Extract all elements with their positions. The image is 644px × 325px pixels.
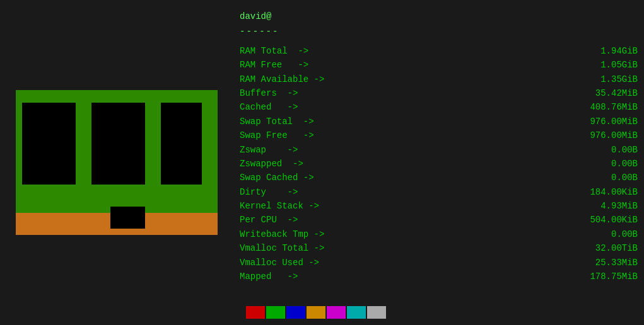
username-label: david@ [240, 9, 638, 23]
stat-label: RAM Free -> [240, 58, 366, 72]
stat-row: Zswapped ->0.00B [240, 157, 638, 171]
stat-label: Mapped -> [240, 270, 366, 283]
stat-row: Dirty ->184.00KiB [240, 185, 638, 199]
stat-row: Per CPU ->504.00KiB [240, 213, 638, 227]
stat-label: Writeback Tmp -> [240, 227, 366, 241]
stat-value: 0.00B [575, 171, 638, 185]
color-swatch [327, 306, 346, 319]
stat-label: Buffers -> [240, 86, 366, 100]
stat-value: 178.75MiB [575, 270, 638, 283]
small-chip [110, 207, 145, 229]
stat-value: 504.00KiB [575, 213, 638, 227]
stat-label: Zswapped -> [240, 157, 366, 171]
ram-pixel-art [9, 90, 224, 235]
stat-row: Kernel Stack ->4.93MiB [240, 199, 638, 213]
chip-slot-2 [91, 103, 145, 185]
stat-label: RAM Available -> [240, 72, 366, 86]
stat-value: 408.76MiB [575, 100, 638, 114]
color-swatch [286, 306, 305, 319]
stat-row: Writeback Tmp ->0.00B [240, 227, 638, 241]
stat-label: Cached -> [240, 100, 366, 114]
stat-value: 976.00MiB [575, 115, 638, 128]
color-swatch [307, 306, 325, 319]
stat-row: Swap Free ->976.00MiB [240, 128, 638, 142]
stat-value: 976.00MiB [575, 128, 638, 142]
stat-row: Swap Total ->976.00MiB [240, 115, 638, 128]
stat-value: 1.35GiB [575, 72, 638, 86]
chip-slot-3 [161, 103, 202, 185]
color-swatch [367, 306, 386, 319]
stat-label: Vmalloc Used -> [240, 256, 366, 270]
stat-label: Dirty -> [240, 185, 366, 199]
stat-value: 4.93MiB [575, 199, 638, 213]
stat-value: 25.33MiB [575, 256, 638, 270]
stats-container: RAM Total ->1.94GiBRAM Free ->1.05GiBRAM… [240, 44, 638, 284]
stat-row: Zswap ->0.00B [240, 143, 638, 157]
stat-value: 35.42MiB [575, 86, 638, 100]
stat-value: 1.05GiB [575, 58, 638, 72]
stat-label: RAM Total -> [240, 44, 366, 58]
stat-value: 0.00B [575, 143, 638, 157]
stat-value: 0.00B [575, 157, 638, 171]
color-swatch [266, 306, 285, 319]
stat-row: RAM Available ->1.35GiB [240, 72, 638, 86]
stat-value: 0.00B [575, 227, 638, 241]
stat-label: Kernel Stack -> [240, 199, 366, 213]
color-bar [246, 306, 386, 319]
chip-slot-1 [22, 103, 76, 185]
stat-label: Swap Free -> [240, 128, 366, 142]
info-panel: david@ ------ RAM Total ->1.94GiBRAM Fre… [233, 0, 644, 293]
stat-label: Vmalloc Total -> [240, 241, 366, 255]
stat-row: Mapped ->178.75MiB [240, 270, 638, 283]
stat-label: Zswap -> [240, 143, 366, 157]
color-swatch [246, 306, 265, 319]
color-swatch [347, 306, 366, 319]
stat-value: 32.00TiB [575, 241, 638, 255]
stat-row: RAM Free ->1.05GiB [240, 58, 638, 72]
stat-value: 1.94GiB [575, 44, 638, 58]
stat-row: Vmalloc Total ->32.00TiB [240, 241, 638, 255]
stat-row: Cached ->408.76MiB [240, 100, 638, 114]
stat-row: Vmalloc Used ->25.33MiB [240, 256, 638, 270]
ram-art-container [0, 0, 233, 325]
stat-value: 184.00KiB [575, 185, 638, 199]
stat-row: Buffers ->35.42MiB [240, 86, 638, 100]
stat-label: Swap Total -> [240, 115, 366, 128]
stat-row: RAM Total ->1.94GiB [240, 44, 638, 58]
stat-row: Swap Cached ->0.00B [240, 171, 638, 185]
separator: ------ [240, 25, 638, 38]
stat-label: Swap Cached -> [240, 171, 366, 185]
stat-label: Per CPU -> [240, 213, 366, 227]
